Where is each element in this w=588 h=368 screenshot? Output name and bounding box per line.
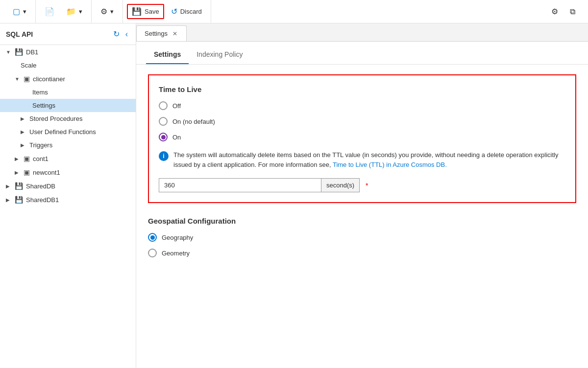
new-label: ▾: [23, 8, 26, 15]
geo-option-geometry[interactable]: Geometry: [148, 249, 576, 257]
ttl-option-on[interactable]: On: [159, 133, 565, 141]
sidebar-header: SQL API ↻ ‹: [0, 23, 136, 45]
tab-indexing-policy[interactable]: Indexing Policy: [189, 46, 250, 64]
chevron-right-icon: ▶: [15, 156, 21, 161]
toolbar-group-new: ▢ ▾: [4, 0, 36, 23]
shareddb1-tree-item[interactable]: ▶ 💾 SharedDB1: [0, 193, 136, 207]
db-icon: 💾: [15, 196, 23, 204]
ttl-info-link[interactable]: Time to Live (TTL) in Azure Cosmos DB.: [333, 161, 447, 168]
new-icon: ▢: [13, 7, 20, 16]
toolbar-group-right: ⚙ ⧉: [542, 0, 584, 23]
tree-label: SharedDB: [26, 183, 55, 190]
gear-icon: ⚙: [100, 7, 107, 16]
shareddb-tree-item[interactable]: ▶ 💾 SharedDB: [0, 179, 136, 193]
ttl-radio-group: Off On (no default) On: [159, 101, 565, 141]
udf-tree-item[interactable]: ▶ User Defined Functions: [0, 125, 136, 138]
radio-geometry: [148, 249, 157, 257]
new-button[interactable]: ▢ ▾: [8, 4, 31, 19]
tab-settings-label: Settings: [154, 50, 181, 58]
tree-label: Items: [32, 89, 48, 96]
db-icon: 💾: [15, 182, 23, 190]
sidebar: SQL API ↻ ‹ ▼ 💾 DB1 Scale ▼ ▣ clicontian…: [0, 23, 136, 368]
collapse-button[interactable]: ‹: [123, 28, 130, 40]
chevron-right-icon: ▶: [15, 170, 21, 175]
main-container: SQL API ↻ ‹ ▼ 💾 DB1 Scale ▼ ▣ clicontian…: [0, 23, 588, 368]
open-folder-icon: 📁: [66, 7, 76, 16]
toolbar-group-open: 📄 📁 ▾: [36, 0, 92, 23]
ttl-on-no-default-label: On (no default): [172, 118, 215, 125]
ttl-off-label: Off: [172, 102, 181, 110]
discard-label: Discard: [180, 8, 202, 15]
radio-on-no-default: [159, 117, 168, 126]
tree-item[interactable]: ▼ 💾 DB1: [0, 45, 136, 59]
tab-settings-inner[interactable]: Settings: [146, 46, 189, 64]
settings-button[interactable]: ⚙ ▾: [96, 4, 119, 19]
ttl-info-box: i The system will automatically delete i…: [159, 149, 565, 170]
ttl-section: Time to Live Off On (no default): [148, 74, 576, 203]
geo-geography-label: Geography: [162, 234, 193, 241]
ttl-option-off[interactable]: Off: [159, 101, 565, 110]
geo-option-geography[interactable]: Geography: [148, 233, 576, 242]
global-settings-button[interactable]: ⚙: [546, 4, 563, 19]
tree-item[interactable]: Scale: [0, 59, 136, 72]
ttl-input-wrap: second(s): [159, 178, 360, 192]
tree-label: cont1: [33, 155, 49, 162]
tree-item[interactable]: ▼ ▣ clicontianer: [0, 72, 136, 86]
tree-label: Settings: [32, 102, 55, 109]
info-icon: i: [159, 151, 169, 161]
tab-bar: Settings ✕: [136, 23, 588, 42]
save-icon: 💾: [132, 7, 142, 16]
open-dropdown-button[interactable]: 📁 ▾: [61, 4, 87, 19]
ttl-title: Time to Live: [159, 85, 565, 93]
chevron-icon: ▼: [6, 49, 12, 55]
tab-close-button[interactable]: ✕: [172, 30, 178, 37]
content-area: Settings ✕ Settings Indexing Policy Time…: [136, 23, 588, 368]
chevron-right-icon: ▶: [21, 142, 26, 148]
open-button[interactable]: 📄: [40, 4, 59, 19]
tab-settings[interactable]: Settings ✕: [136, 25, 187, 41]
chevron-right-icon: ▶: [6, 197, 12, 203]
container-icon: ▣: [24, 155, 30, 162]
geo-title: Geospatial Configuration: [148, 217, 576, 225]
ttl-input-row: second(s) *: [159, 178, 565, 192]
container-icon: ▣: [24, 75, 30, 83]
discard-icon: ↺: [171, 7, 177, 16]
global-gear-icon: ⚙: [551, 7, 558, 16]
radio-geography: [148, 233, 157, 242]
toolbar-group-save: 💾 Save ↺ Discard: [123, 0, 211, 23]
chevron-right-icon: ▶: [21, 129, 26, 135]
ttl-on-label: On: [172, 134, 181, 141]
ttl-option-on-no-default[interactable]: On (no default): [159, 117, 565, 126]
chevron-right-icon: ▶: [21, 116, 26, 121]
refresh-button[interactable]: ↻: [111, 28, 122, 40]
tree-label: DB1: [26, 48, 38, 56]
settings-tree-item[interactable]: Settings: [0, 99, 136, 112]
tree-item[interactable]: Items: [0, 86, 136, 99]
save-button[interactable]: 💾 Save: [127, 4, 164, 19]
content-scroll: Time to Live Off On (no default): [136, 65, 588, 368]
tree-label: Stored Procedures: [29, 115, 82, 122]
stored-procedures-tree-item[interactable]: ▶ Stored Procedures: [0, 112, 136, 125]
open-dropdown-label: ▾: [79, 8, 82, 15]
ttl-value-input[interactable]: [159, 179, 321, 192]
newcont1-tree-item[interactable]: ▶ ▣ newcont1: [0, 165, 136, 179]
launch-button[interactable]: ⧉: [565, 4, 580, 19]
sidebar-header-actions: ↻ ‹: [111, 28, 130, 40]
required-indicator: *: [366, 182, 368, 189]
geo-geometry-label: Geometry: [162, 250, 190, 257]
launch-icon: ⧉: [570, 7, 575, 16]
toolbar-group-settings: ⚙ ▾: [92, 0, 123, 23]
toolbar: ▢ ▾ 📄 📁 ▾ ⚙ ▾ 💾 Save ↺ Discard ⚙: [0, 0, 588, 23]
discard-button[interactable]: ↺ Discard: [166, 4, 207, 19]
tree-label: Triggers: [29, 141, 52, 149]
radio-off: [159, 101, 168, 110]
tab-indexing-policy-label: Indexing Policy: [196, 50, 243, 58]
cont1-tree-item[interactable]: ▶ ▣ cont1: [0, 152, 136, 165]
triggers-tree-item[interactable]: ▶ Triggers: [0, 138, 136, 152]
tab-label: Settings: [145, 30, 168, 37]
chevron-icon: ▼: [15, 76, 21, 82]
settings-dropdown-label: ▾: [110, 8, 114, 15]
ttl-info-text: The system will automatically delete ite…: [173, 150, 565, 169]
inner-tab-bar: Settings Indexing Policy: [136, 46, 588, 65]
geo-section: Geospatial Configuration Geography Geome…: [148, 217, 576, 257]
